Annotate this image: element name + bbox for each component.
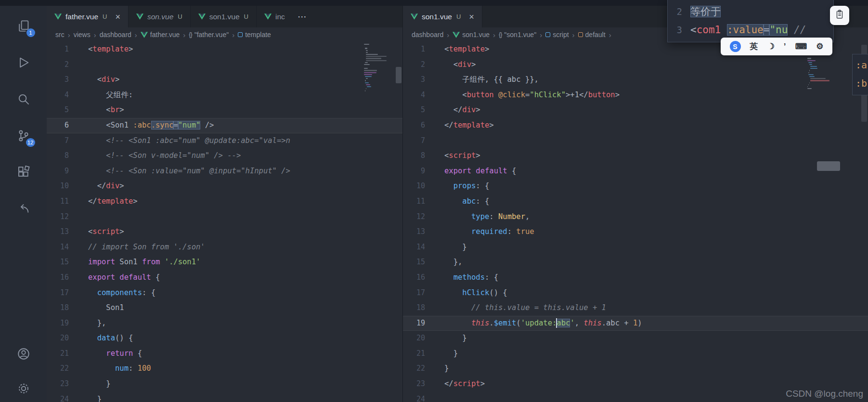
breadcrumb-item[interactable]: father.vue [141,31,180,39]
ime-clipboard-button[interactable] [830,6,849,25]
code-line[interactable]: 5 </div> [403,103,868,118]
keyboard-icon[interactable]: ⌨ [795,41,807,52]
close-icon[interactable]: × [469,13,474,21]
code-line[interactable]: 12 type: Number, [403,209,868,225]
code-line[interactable]: 2 <div> [403,57,868,73]
line-number[interactable]: 23 [403,376,425,392]
line-number[interactable]: 5 [47,103,69,118]
code-line[interactable]: 7 [403,133,868,149]
line-number[interactable]: 24 [47,392,69,402]
code-line[interactable]: 10 props: { [403,179,868,194]
line-number[interactable]: 14 [403,240,425,255]
code-area[interactable]: 1<template>2 <div>3 子组件, {{ abc }},4 <bu… [403,42,868,402]
line-number[interactable]: 1 [403,42,425,57]
code-line[interactable]: 2 [47,57,402,73]
line-number[interactable]: 20 [403,331,425,346]
line-number[interactable]: 4 [47,88,69,103]
line-number[interactable]: 14 [47,240,69,255]
code-line[interactable]: 14// import Son from './son' [47,240,402,255]
line-number[interactable]: 21 [403,346,425,362]
code-line[interactable]: 9 <!-- <Son :value="num" @input="hInput"… [47,164,402,179]
code-line[interactable]: 1<template> [47,42,402,57]
line-number[interactable]: 18 [403,300,425,316]
code-line[interactable]: 19 }, [47,316,402,331]
line-number[interactable]: 13 [47,224,69,240]
code-line[interactable]: 5 <br> [47,103,402,118]
code-line[interactable]: 10 </div> [47,179,402,194]
breadcrumb-item[interactable]: script [545,31,569,39]
code-line[interactable]: 13 required: true [403,224,868,240]
line-number[interactable]: 20 [47,331,69,346]
breadcrumb-item[interactable]: {}"son1.vue" [499,31,536,39]
scroll-indicator[interactable] [817,161,840,171]
code-line[interactable]: 12 [47,209,402,225]
line-number[interactable]: 17 [403,285,425,301]
breadcrumb-item[interactable]: son1.vue [453,31,490,39]
code-line[interactable]: 23 } [47,376,402,392]
line-number[interactable]: 3 [47,72,69,88]
code-line[interactable]: 11</template> [47,194,402,209]
line-number[interactable]: 22 [403,361,425,376]
code-line[interactable]: 11 abc: { [403,194,868,209]
line-number[interactable]: 4 [403,88,425,103]
activity-extensions[interactable] [16,166,31,181]
code-line[interactable]: 20 } [403,331,868,346]
line-number[interactable]: 7 [403,133,425,149]
line-number[interactable]: 19 [47,316,69,331]
scrollbar[interactable] [396,67,402,83]
code-line[interactable]: 15 }, [403,255,868,270]
minimap[interactable] [364,43,395,92]
code-area[interactable]: 1<template>23 <div>4 父组件:5 <br>6 <Son1 :… [47,42,402,402]
punctuation-icon[interactable]: ’ [784,42,786,52]
sogou-logo-icon[interactable]: S [730,41,741,52]
code-line[interactable]: 21 return { [47,346,402,362]
activity-run[interactable] [16,56,31,71]
code-line[interactable]: 17 components: { [47,285,402,301]
code-line[interactable]: 4 <button @click="hClick">+1</button> [403,88,868,103]
breadcrumb-item[interactable]: {}"father.vue" [189,31,229,39]
code-line[interactable]: 17 hClick() { [403,285,868,301]
line-number[interactable]: 19 [403,316,425,331]
line-number[interactable]: 15 [403,255,425,270]
moon-icon[interactable]: ☽ [767,41,775,52]
line-number[interactable]: 24 [403,392,425,402]
line-number[interactable]: 3 [403,72,425,88]
breadcrumb-item[interactable]: default [578,31,606,39]
code-line[interactable]: 3 子组件, {{ abc }}, [403,72,868,88]
line-number[interactable]: 2 [403,57,425,73]
code-line[interactable]: 7 <!-- <Son1 :abc="num" @update:abc="val… [47,133,402,149]
activity-files[interactable]: 1 [16,19,31,35]
code-line[interactable]: 4 父组件: [47,88,402,103]
editor[interactable]: 1<template>23 <div>4 父组件:5 <br>6 <Son1 :… [47,42,402,402]
lang-mode-icon[interactable]: 英 [750,41,758,52]
code-line[interactable]: 19 this.$emit('update:abc', this.abc + 1… [403,316,868,331]
line-number[interactable]: 15 [47,255,69,270]
line-number[interactable]: 8 [47,148,69,164]
code-line[interactable]: 22 num: 100 [47,361,402,376]
line-number[interactable]: 9 [403,164,425,179]
code-line[interactable]: 14 } [403,240,868,255]
close-icon[interactable]: × [115,13,120,21]
code-line[interactable]: 6</template> [403,118,868,133]
code-line[interactable]: 21 } [403,346,868,362]
code-line[interactable]: 8 <!-- <Son v-model="num" /> --> [47,148,402,164]
line-number[interactable]: 5 [403,103,425,118]
code-line[interactable]: 20 data() { [47,331,402,346]
breadcrumb-item[interactable]: views [74,31,91,39]
activity-source-control[interactable]: 12 [16,129,31,144]
breadcrumb-item[interactable]: dashboard [100,31,131,39]
line-number[interactable]: 10 [403,179,425,194]
code-line[interactable]: 8<script> [403,148,868,164]
line-number[interactable]: 11 [47,194,69,209]
tab-son.vue[interactable]: son.vueU [129,6,191,27]
code-line[interactable]: 3 <div> [47,72,402,88]
line-number[interactable]: 12 [47,209,69,225]
code-line[interactable]: 24 } [47,392,402,402]
tab-son1.vue[interactable]: son1.vueU [191,6,257,27]
code-line[interactable]: 18 // this.value = this.value + 1 [403,300,868,316]
activity-account[interactable] [16,347,31,363]
code-line[interactable]: 16export default { [47,270,402,285]
line-number[interactable]: 13 [403,224,425,240]
line-number[interactable]: 16 [47,270,69,285]
code-line[interactable]: 22} [403,361,868,376]
